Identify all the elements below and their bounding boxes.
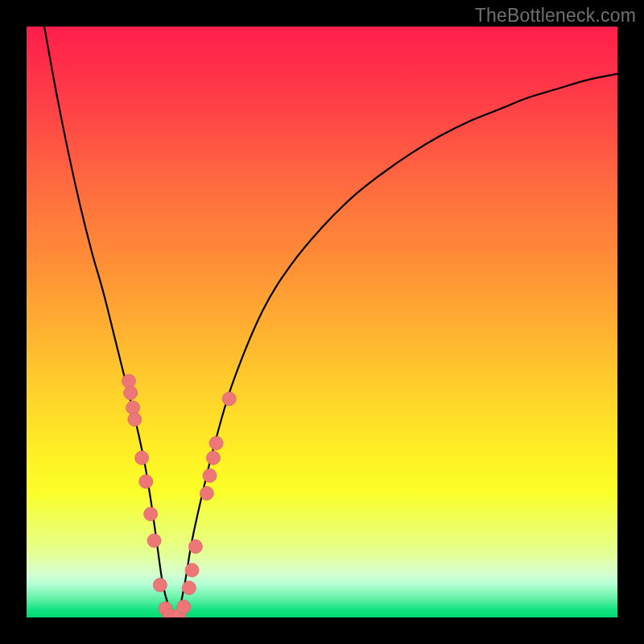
scatter-dot — [209, 436, 223, 450]
watermark-text: TheBottleneck.com — [475, 5, 636, 27]
scatter-dot — [182, 581, 196, 595]
scatter-dots — [122, 374, 236, 617]
scatter-dot — [203, 469, 217, 482]
scatter-dot — [222, 392, 236, 406]
scatter-dot — [124, 386, 138, 400]
bottleneck-curve — [44, 27, 617, 617]
scatter-dot — [126, 401, 140, 415]
scatter-dot — [144, 507, 158, 521]
plot-area — [27, 27, 617, 617]
scatter-dot — [185, 564, 199, 577]
scatter-dot — [153, 578, 167, 592]
chart-frame: TheBottleneck.com — [0, 0, 644, 644]
scatter-dot — [122, 374, 135, 388]
scatter-dot — [139, 475, 153, 489]
chart-svg — [27, 27, 617, 617]
scatter-dot — [128, 413, 142, 427]
scatter-dot — [135, 451, 149, 464]
scatter-dot — [188, 539, 202, 553]
scatter-dot — [177, 600, 191, 613]
scatter-dot — [206, 451, 220, 464]
scatter-dot — [200, 486, 213, 500]
scatter-dot — [147, 534, 161, 547]
